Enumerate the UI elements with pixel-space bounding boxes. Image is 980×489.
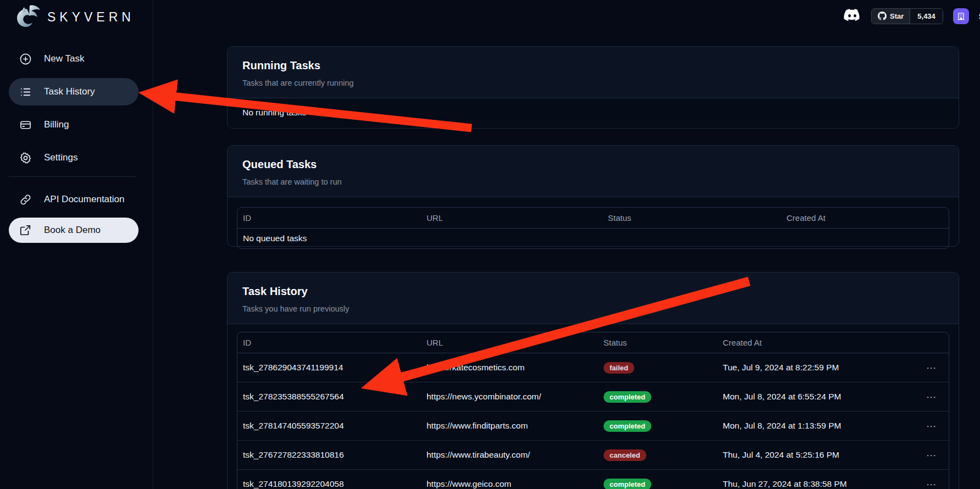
github-icon [878, 12, 887, 20]
queued-tasks-card: Queued Tasks Tasks that are waiting to r… [227, 145, 959, 247]
brand-wordmark: SKYVERN [47, 10, 135, 25]
column-header-url: URL [421, 332, 598, 353]
task-created-at: Thu, Jun 27, 2024 at 8:38:58 PM [717, 470, 913, 489]
task-created-at: Tue, Jul 9, 2024 at 8:22:59 PM [717, 353, 913, 382]
column-header-status: Status [602, 208, 781, 229]
queued-tasks-empty-state: No queued tasks [237, 229, 949, 249]
github-star-label: Star [890, 12, 904, 20]
task-id: tsk_276727822333810816 [237, 441, 421, 470]
status-badge: canceled [603, 449, 646, 461]
task-created-at: Thu, Jul 4, 2024 at 5:25:16 PM [717, 441, 913, 470]
sidebar-item-task-history[interactable]: Task History [9, 78, 139, 105]
row-actions-button[interactable]: ⋯ [913, 353, 949, 382]
running-tasks-header: Running Tasks Tasks that are currently r… [228, 47, 959, 98]
task-created-at: Mon, Jul 8, 2024 at 6:55:24 PM [717, 382, 913, 412]
column-header-status: Status [598, 332, 717, 353]
card-title: Queued Tasks [242, 158, 944, 171]
task-created-at: Mon, Jul 8, 2024 at 1:13:59 PM [717, 412, 913, 441]
external-link-icon [19, 224, 32, 237]
table-row[interactable]: tsk_276727822333810816 https://www.tirab… [237, 441, 949, 470]
card-subtitle: Tasks you have run previously [242, 304, 944, 313]
running-tasks-empty-state: No running tasks [228, 98, 959, 127]
status-badge: failed [603, 362, 634, 374]
link-icon [19, 193, 32, 206]
skyvern-app: SKYVERN New Task Task History [0, 0, 980, 489]
task-id: tsk_278629043741199914 [237, 353, 421, 382]
task-history-table: ID URL Status Created At tsk_27862904374… [237, 332, 949, 489]
task-url: https://www.geico.com [421, 470, 598, 489]
sidebar-item-api-documentation[interactable]: API Documentation [9, 186, 139, 213]
sidebar-item-label: New Task [44, 53, 84, 64]
sidebar-item-label: API Documentation [44, 194, 124, 205]
sidebar-item-label: Book a Demo [44, 225, 101, 236]
sidebar-item-new-task[interactable]: New Task [9, 45, 139, 73]
github-star-button[interactable]: Star 5,434 [871, 8, 943, 24]
queued-tasks-table: ID URL Status Created At No queued tasks [237, 207, 949, 249]
table-row[interactable]: tsk_278147405593572204 https://www.findi… [237, 412, 949, 441]
topbar: Star 5,434 Sk [843, 0, 980, 32]
sidebar-item-label: Settings [44, 152, 77, 163]
row-actions-button[interactable]: ⋯ [913, 382, 949, 412]
sidebar-item-billing[interactable]: Billing [9, 111, 139, 138]
discord-icon[interactable] [843, 9, 861, 23]
task-id: tsk_278147405593572204 [237, 412, 421, 441]
column-header-created-at: Created At [717, 332, 913, 353]
row-actions-button[interactable]: ⋯ [913, 412, 949, 441]
status-badge: completed [603, 391, 651, 403]
table-row[interactable]: tsk_274180139292204058 https://www.geico… [237, 470, 949, 489]
column-header-id: ID [237, 332, 421, 353]
table-header-row: ID URL Status Created At [237, 332, 949, 353]
sidebar-item-label: Billing [44, 119, 69, 130]
github-star-count: 5,434 [910, 9, 943, 24]
skyvern-logo: SKYVERN [13, 4, 135, 30]
credit-card-icon [19, 118, 32, 131]
task-history-header: Task History Tasks you have run previous… [228, 273, 959, 324]
task-history-card: Task History Tasks you have run previous… [227, 272, 959, 489]
table-row[interactable]: tsk_278235388555267564 https://news.ycom… [237, 382, 949, 412]
card-subtitle: Tasks that are currently running [242, 79, 944, 87]
task-url: https://news.ycombinator.com/ [421, 382, 598, 412]
sidebar-divider [9, 176, 136, 177]
running-tasks-card: Running Tasks Tasks that are currently r… [227, 46, 959, 129]
dragon-logo-icon [13, 4, 42, 30]
column-header-url: URL [421, 208, 602, 229]
column-header-actions [913, 332, 949, 353]
sidebar-item-book-a-demo[interactable]: Book a Demo [9, 218, 139, 243]
column-header-created-at: Created At [781, 208, 949, 229]
sidebar-item-settings[interactable]: Settings [9, 144, 139, 171]
sidebar-item-label: Task History [44, 86, 95, 97]
task-url: https://www.finditparts.com [421, 412, 598, 441]
task-id: tsk_274180139292204058 [237, 470, 421, 489]
card-title: Task History [242, 285, 944, 298]
org-avatar[interactable] [953, 8, 969, 24]
plus-circle-icon [19, 52, 32, 65]
gear-icon [19, 151, 32, 164]
sidebar: SKYVERN New Task Task History [0, 0, 153, 489]
task-url: https://katecosmetics.com [421, 353, 598, 382]
task-url: https://www.tirabeauty.com/ [421, 441, 598, 470]
row-actions-button[interactable]: ⋯ [913, 470, 949, 489]
list-icon [19, 85, 32, 98]
column-header-id: ID [237, 208, 421, 229]
card-title: Running Tasks [242, 59, 944, 72]
card-subtitle: Tasks that are waiting to run [242, 177, 944, 186]
task-id: tsk_278235388555267564 [237, 382, 421, 412]
queued-tasks-header: Queued Tasks Tasks that are waiting to r… [228, 146, 959, 197]
table-header-row: ID URL Status Created At [237, 208, 949, 229]
row-actions-button[interactable]: ⋯ [913, 441, 949, 470]
table-row[interactable]: tsk_278629043741199914 https://katecosme… [237, 353, 949, 382]
empty-row: No queued tasks [237, 229, 949, 249]
status-badge: completed [603, 420, 651, 432]
status-badge: completed [603, 479, 651, 489]
